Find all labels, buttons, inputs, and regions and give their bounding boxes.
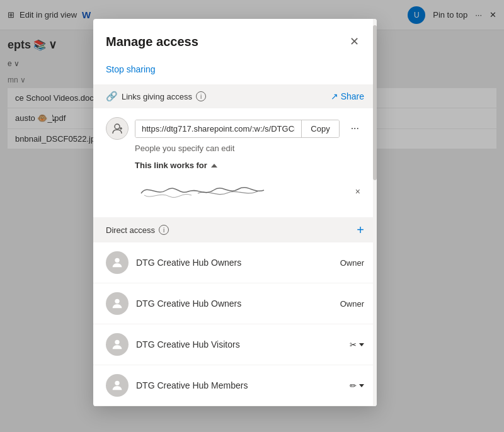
access-name-2: DTG Creative Hub Visitors	[136, 339, 342, 350]
add-direct-access-button[interactable]: +	[357, 224, 364, 236]
dialog-title: Manage access	[106, 35, 198, 49]
person-icon-2	[110, 338, 124, 351]
person-icon-3	[110, 378, 124, 392]
svg-point-0	[115, 124, 120, 129]
direct-access-info-icon[interactable]: i	[159, 225, 169, 235]
access-name-3: DTG Creative Hub Members	[136, 380, 342, 390]
access-avatar-0	[106, 251, 129, 274]
dialog-scrollbar-thumb	[373, 25, 377, 180]
signature-svg	[135, 178, 273, 203]
share-button[interactable]: ↗ Share	[331, 91, 364, 101]
dialog-close-button[interactable]: ✕	[344, 31, 364, 52]
share-arrow-icon: ↗	[331, 91, 338, 101]
access-avatar-1	[106, 292, 129, 315]
links-header-left: 🔗 Links giving access i	[106, 91, 206, 102]
access-row-0: DTG Creative Hub Owners Owner	[93, 242, 377, 283]
pencil-icon-3: ✏	[350, 381, 357, 390]
link-more-button[interactable]: ···	[346, 120, 364, 137]
manage-access-dialog: Manage access ✕ Stop sharing 🔗 Links giv…	[93, 19, 377, 406]
chevron-up-icon[interactable]	[211, 164, 217, 168]
access-row-2: DTG Creative Hub Visitors ✂	[93, 324, 377, 365]
signature-tag	[135, 178, 344, 205]
copy-button[interactable]: Copy	[301, 120, 338, 137]
access-row-1: DTG Creative Hub Owners Owner	[93, 283, 377, 324]
link-chain-icon: 🔗	[106, 91, 118, 102]
scissors-icon-2: ✂	[350, 340, 357, 350]
person-icon-0	[110, 256, 124, 270]
chevron-down-icon-2	[359, 343, 364, 346]
link-works-for-content: ×	[93, 173, 377, 215]
chevron-down-icon-3	[359, 384, 364, 387]
dialog-scrollbar[interactable]	[373, 19, 377, 406]
link-row: Copy ···	[93, 108, 377, 142]
access-avatar-3	[106, 374, 129, 397]
link-description: People you specify can edit	[93, 142, 377, 156]
svg-point-1	[115, 258, 119, 263]
link-avatar	[106, 117, 129, 140]
access-role-0: Owner	[340, 258, 364, 268]
access-avatar-2	[106, 333, 129, 356]
remove-tag-button[interactable]: ×	[352, 185, 364, 198]
access-name-1: DTG Creative Hub Owners	[136, 298, 333, 309]
works-for-label: This link works for	[135, 161, 207, 170]
svg-point-2	[115, 299, 119, 304]
link-url-input[interactable]	[135, 120, 301, 137]
person-link-icon	[111, 122, 123, 135]
access-role-chevron-3[interactable]: ✏	[350, 381, 364, 390]
link-input-wrap: Copy	[135, 120, 340, 138]
direct-access-label: Direct access	[106, 225, 155, 235]
dialog-body: Stop sharing 🔗 Links giving access i ↗ S…	[93, 59, 377, 406]
share-label: Share	[341, 91, 364, 101]
svg-point-3	[115, 340, 119, 344]
direct-access-header-left: Direct access i	[106, 225, 169, 235]
access-role-chevron-2[interactable]: ✂	[350, 340, 364, 350]
access-name-0: DTG Creative Hub Owners	[136, 258, 333, 268]
access-role-1: Owner	[340, 299, 364, 309]
link-works-for: This link works for	[93, 156, 377, 173]
access-row-3: DTG Creative Hub Members ✏	[93, 365, 377, 406]
links-header-label: Links giving access	[122, 92, 192, 101]
svg-point-4	[115, 381, 119, 385]
stop-sharing-link[interactable]: Stop sharing	[93, 59, 377, 84]
direct-access-header: Direct access i +	[93, 217, 377, 242]
links-section-header: 🔗 Links giving access i ↗ Share	[93, 84, 377, 108]
dialog-header: Manage access ✕	[93, 19, 377, 59]
person-icon-1	[110, 297, 124, 310]
links-info-icon[interactable]: i	[196, 91, 206, 101]
